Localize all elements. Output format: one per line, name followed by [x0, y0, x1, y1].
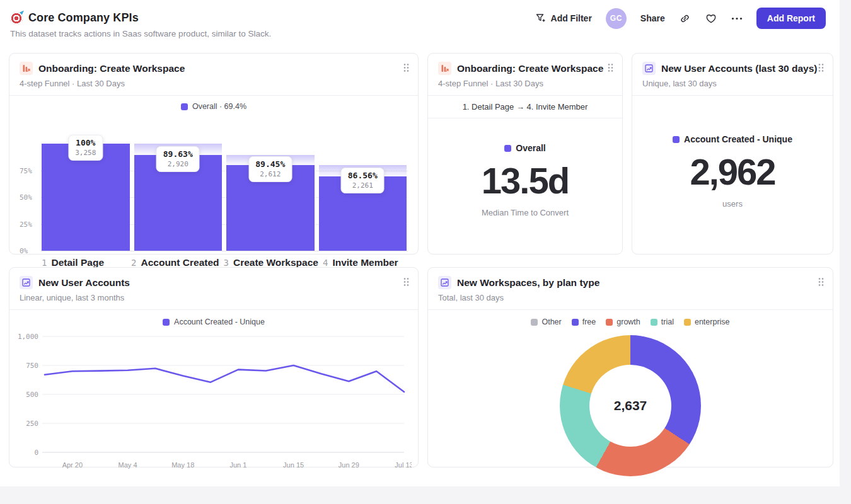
- legend-swatch: [163, 319, 170, 326]
- legend-label: trial: [661, 318, 674, 326]
- funnel-bar-label: 89.63%2,920: [156, 146, 200, 172]
- metric-legend: Overall: [504, 143, 545, 153]
- funnel-bars: 100%3,25889.63%2,92089.45%2,61286.56%2,2…: [42, 116, 407, 251]
- line-ytick-label: 750: [26, 362, 38, 370]
- legend-swatch: [651, 319, 657, 326]
- line-xtick-label: May 4: [119, 461, 137, 469]
- funnel-gridline: [41, 251, 408, 251]
- funnel-bar[interactable]: 89.63%2,920: [134, 116, 223, 251]
- card-new-workspaces-donut: New Workspaces, by plan type Total, last…: [427, 267, 833, 467]
- donut-chart[interactable]: 2,637: [560, 335, 701, 476]
- line-chart-icon: [438, 276, 451, 289]
- legend-label: Account Created - Unique: [174, 318, 265, 326]
- page-title: Core Company KPIs: [28, 11, 139, 25]
- step-index: 3: [224, 258, 229, 268]
- funnel-ytick-label: 75%: [20, 166, 32, 175]
- donut-hole: 2,637: [589, 365, 671, 447]
- drag-handle-icon[interactable]: [607, 63, 614, 75]
- funnel-ytick-label: 50%: [20, 193, 32, 202]
- line-chart-icon: [642, 62, 656, 75]
- drag-handle-icon[interactable]: [818, 277, 825, 289]
- card-new-user-accounts-30d: New User Accounts (last 30 days) Unique,…: [632, 53, 833, 255]
- line-xtick-label: Jun 1: [229, 461, 246, 469]
- funnel-bar[interactable]: 89.45%2,612: [226, 116, 315, 251]
- card-subtitle: Unique, last 30 days: [642, 79, 823, 88]
- funnel-ytick-label: 0%: [20, 247, 28, 255]
- donut-legend-item[interactable]: Other: [531, 318, 561, 326]
- funnel-bar-pct: 89.63%: [163, 149, 193, 159]
- funnel-bar-count: 2,920: [163, 160, 193, 168]
- funnel-bar[interactable]: 86.56%2,261: [319, 116, 407, 251]
- funnel-bar-count: 3,258: [75, 149, 96, 157]
- donut-center-value: 2,637: [614, 398, 647, 413]
- more-options-button[interactable]: [731, 17, 743, 20]
- donut-legend-item[interactable]: trial: [651, 318, 674, 326]
- share-button[interactable]: Share: [640, 13, 665, 23]
- funnel-bar-count: 2,612: [255, 170, 285, 178]
- step-index: 1: [42, 258, 47, 268]
- funnel-plot: 0%25%50%75%100%3,25889.63%2,92089.45%2,6…: [20, 116, 408, 251]
- step-index: 2: [131, 258, 136, 268]
- legend-swatch: [181, 103, 188, 110]
- legend-label: Other: [541, 318, 561, 326]
- legend-label: free: [582, 318, 596, 326]
- funnel-bar-label: 100%3,258: [68, 135, 103, 161]
- line-xtick-label: Jun 29: [339, 461, 359, 469]
- card-title: New User Accounts (last 30 days): [661, 63, 818, 74]
- heart-icon: [705, 13, 717, 25]
- line-xtick-label: May 18: [171, 461, 194, 469]
- line-ytick-label: 250: [26, 420, 38, 428]
- drag-handle-icon[interactable]: [403, 63, 410, 75]
- line-chart-icon: [20, 276, 33, 289]
- target-logo-icon: [10, 12, 23, 25]
- legend-swatch: [684, 319, 691, 326]
- donut-legend-item[interactable]: growth: [606, 318, 640, 326]
- legend-label: growth: [617, 318, 640, 326]
- card-new-user-accounts-line: New User Accounts Linear, unique, last 3…: [9, 267, 419, 467]
- donut-legend-item[interactable]: free: [572, 318, 596, 326]
- funnel-bar-count: 2,261: [348, 181, 378, 190]
- metric-value: 2,962: [690, 151, 775, 193]
- card-title: Onboarding: Create Workspace: [38, 63, 185, 74]
- add-filter-label: Add Filter: [551, 13, 592, 23]
- line-series-path[interactable]: [45, 365, 404, 392]
- drag-handle-icon[interactable]: [403, 277, 410, 289]
- metric-value: 13.5d: [482, 159, 569, 202]
- link-icon: [679, 13, 691, 25]
- share-label: Share: [640, 13, 665, 23]
- dashboard-header: Core Company KPIs This dataset tracks ac…: [0, 0, 840, 48]
- funnel-range-label: 1. Detail Page → 4. Invite Member: [428, 96, 622, 118]
- metric-caption: users: [722, 199, 743, 209]
- favorite-button[interactable]: [705, 13, 717, 25]
- add-filter-button[interactable]: Add Filter: [535, 13, 592, 24]
- step-index: 4: [323, 258, 328, 268]
- funnel-bar-pct: 86.56%: [348, 171, 378, 180]
- card-title: New Workspaces, by plan type: [457, 277, 599, 289]
- line-ytick-label: 500: [26, 391, 38, 399]
- line-xtick-label: Apr 20: [62, 461, 83, 469]
- ellipsis-icon: [731, 17, 743, 20]
- funnel-chart-icon: [438, 62, 451, 75]
- page-subtitle: This dataset tracks actions in Saas soft…: [10, 29, 271, 38]
- drag-handle-icon[interactable]: [818, 63, 825, 75]
- line-ytick-label: 1,000: [18, 333, 38, 341]
- avatar[interactable]: GC: [606, 8, 627, 29]
- legend-label: enterprise: [695, 318, 730, 326]
- funnel-chart-icon: [20, 62, 33, 75]
- line-legend: Account Created - Unique: [16, 318, 412, 326]
- funnel-legend: Overall · 69.4%: [20, 102, 408, 111]
- metric-legend: Account Created - Unique: [673, 134, 792, 144]
- funnel-bar-label: 89.45%2,612: [248, 156, 292, 182]
- copy-link-button[interactable]: [679, 13, 691, 25]
- line-xtick-label: Jun 15: [283, 461, 304, 469]
- card-title: Onboarding: Create Workspace: [457, 63, 603, 74]
- card-subtitle: Linear, unique, last 3 months: [20, 293, 408, 302]
- funnel-bar[interactable]: 100%3,258: [42, 116, 130, 251]
- line-chart[interactable]: 02505007501,000Apr 20May 4May 18Jun 1Jun…: [16, 326, 412, 472]
- filter-plus-icon: [535, 13, 547, 24]
- add-report-button[interactable]: Add Report: [756, 8, 826, 29]
- dashboard-page: Core Company KPIs This dataset tracks ac…: [0, 0, 840, 486]
- card-subtitle: Total, last 30 days: [438, 293, 823, 302]
- funnel-bar-label: 86.56%2,261: [341, 168, 385, 193]
- donut-legend-item[interactable]: enterprise: [684, 318, 730, 326]
